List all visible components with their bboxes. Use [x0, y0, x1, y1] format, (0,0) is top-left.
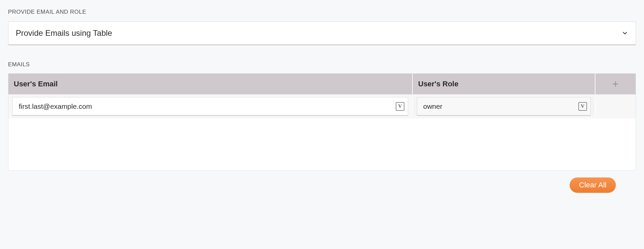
clear-all-button[interactable]: Clear All [570, 177, 616, 193]
chevron-down-icon [622, 30, 628, 36]
plus-icon [612, 80, 619, 88]
dropdown-selected-value: Provide Emails using Table [16, 28, 112, 38]
section-label-provide-email-and-role: PROVIDE EMAIL AND ROLE [8, 9, 636, 15]
column-header-users-role: User's Role [413, 74, 595, 94]
cell-users-role: V [413, 97, 595, 116]
section-label-emails: EMAILS [8, 61, 636, 68]
table-row: V V [8, 94, 636, 118]
add-column-button[interactable] [595, 74, 636, 94]
table-header-row: User's Email User's Role [8, 74, 636, 94]
column-header-users-email: User's Email [8, 74, 413, 94]
email-role-form: PROVIDE EMAIL AND ROLE Provide Emails us… [0, 0, 644, 203]
cell-empty-actions [595, 97, 636, 116]
variable-icon[interactable]: V [578, 102, 587, 111]
email-input[interactable] [18, 102, 393, 111]
role-input-wrapper: V [417, 97, 591, 116]
cell-users-email: V [8, 97, 413, 116]
footer-actions: Clear All [8, 171, 636, 193]
emails-table: User's Email User's Role V V [8, 73, 636, 171]
email-input-wrapper: V [12, 97, 408, 116]
provide-emails-mode-dropdown[interactable]: Provide Emails using Table [8, 21, 636, 45]
table-empty-area [8, 118, 636, 170]
role-input[interactable] [423, 102, 576, 111]
variable-icon[interactable]: V [396, 102, 404, 111]
